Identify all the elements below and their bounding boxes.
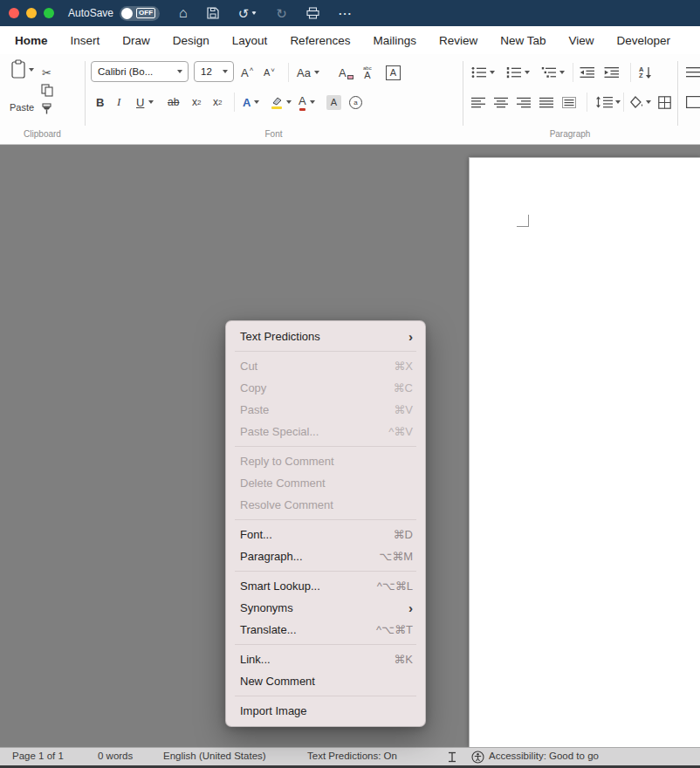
menu-item-shortcut: ⌘V: [394, 403, 413, 416]
paragraph-group-label: Paragraph: [463, 129, 677, 139]
font-name-combobox[interactable]: Calibri (Bo...: [91, 61, 189, 82]
menu-separator: [235, 446, 416, 447]
styles-partial-button-2[interactable]: [686, 91, 700, 113]
paste-label: Paste: [10, 102, 34, 113]
ribbon: Paste ✂ Clipboard Calibri (Bo... 12 A˄ A…: [0, 54, 700, 145]
tab-insert[interactable]: Insert: [59, 34, 112, 47]
styles-partial-button[interactable]: [686, 61, 700, 84]
menu-item-text-predictions[interactable]: Text Predictions ›: [226, 326, 425, 347]
subscript-button[interactable]: x2: [192, 91, 201, 113]
menu-separator: [235, 571, 416, 572]
line-spacing-chevron-icon: [615, 100, 621, 104]
print-icon[interactable]: [306, 7, 319, 19]
bold-button[interactable]: B: [96, 91, 104, 113]
character-border-button[interactable]: A: [386, 61, 401, 84]
menu-item-label: Synonyms: [240, 601, 293, 614]
align-left-icon: [471, 97, 485, 108]
page-count-status[interactable]: Page 1 of 1: [12, 751, 64, 761]
save-icon[interactable]: [207, 7, 219, 19]
menu-item-new-comment[interactable]: New Comment: [226, 670, 425, 692]
decrease-indent-button[interactable]: [580, 61, 595, 84]
text-effects-button[interactable]: A: [243, 91, 259, 113]
autosave-switch[interactable]: OFF: [120, 6, 160, 21]
menu-item-smart-lookup[interactable]: Smart Lookup... ^⌥⌘L: [226, 575, 425, 597]
change-case-button[interactable]: Aa: [297, 61, 319, 84]
language-status[interactable]: English (United States): [163, 751, 266, 761]
grow-font-button[interactable]: A˄: [241, 61, 253, 84]
grow-font-icon: A: [241, 66, 249, 79]
tab-review[interactable]: Review: [428, 34, 489, 47]
word-count-status[interactable]: 0 words: [98, 751, 133, 761]
undo-button[interactable]: ↺: [238, 7, 257, 20]
tab-view[interactable]: View: [558, 34, 606, 47]
tab-layout[interactable]: Layout: [221, 34, 279, 47]
accessibility-status[interactable]: Accessibility: Good to go: [489, 751, 599, 761]
menu-item-paste: Paste ⌘V: [226, 399, 425, 421]
align-right-button[interactable]: [517, 91, 531, 113]
align-left-button[interactable]: [471, 91, 485, 113]
increase-indent-button[interactable]: [604, 61, 620, 84]
tab-home[interactable]: Home: [3, 34, 59, 47]
menu-item-copy: Copy ⌘C: [226, 377, 425, 399]
styles-partial-icon: [686, 66, 700, 79]
line-spacing-icon: [595, 96, 613, 108]
borders-button[interactable]: [658, 91, 671, 113]
numbering-button[interactable]: [506, 61, 530, 84]
clipboard-group-label: Clipboard: [0, 129, 85, 139]
tab-draw[interactable]: Draw: [111, 34, 161, 47]
zoom-window-button[interactable]: [44, 8, 54, 18]
multilevel-list-button[interactable]: [541, 61, 565, 84]
distribute-text-button[interactable]: [562, 91, 576, 113]
text-cursor-icon[interactable]: [447, 751, 457, 763]
tab-developer[interactable]: Developer: [606, 34, 683, 47]
shrink-font-icon: A: [264, 67, 270, 78]
sort-button[interactable]: A Z: [639, 61, 652, 84]
format-painter-button[interactable]: [41, 98, 52, 120]
superscript-button[interactable]: x2: [213, 91, 222, 113]
justify-button[interactable]: [539, 91, 553, 113]
document-page[interactable]: [469, 157, 700, 747]
menu-item-label: Copy: [240, 381, 266, 394]
bullets-button[interactable]: [471, 61, 495, 84]
align-center-button[interactable]: [494, 91, 508, 113]
tab-new-tab[interactable]: New Tab: [489, 34, 557, 47]
italic-button[interactable]: I: [117, 91, 120, 113]
text-predictions-status[interactable]: Text Predictions: On: [307, 751, 397, 761]
menu-item-import-image[interactable]: Import Image: [226, 700, 425, 722]
status-bar: Page 1 of 1 0 words English (United Stat…: [0, 747, 700, 765]
clipboard-icon: [10, 59, 26, 79]
tab-mailings[interactable]: Mailings: [361, 34, 428, 47]
bullets-chevron-icon: [490, 71, 495, 74]
clear-formatting-button[interactable]: A: [339, 61, 353, 84]
minimize-window-button[interactable]: [26, 8, 37, 18]
highlight-button[interactable]: [271, 91, 292, 113]
font-size-combobox[interactable]: 12: [194, 61, 234, 82]
font-color-button[interactable]: A: [299, 91, 315, 113]
shrink-font-button[interactable]: A˅: [264, 61, 275, 84]
submenu-chevron-icon: ›: [408, 330, 413, 343]
close-window-button[interactable]: [9, 8, 19, 18]
paste-button[interactable]: Paste: [5, 58, 38, 126]
accessibility-icon[interactable]: [471, 751, 484, 764]
menu-item-label: Translate...: [240, 623, 297, 636]
menu-item-link[interactable]: Link... ⌘K: [226, 648, 425, 670]
autosave-toggle[interactable]: AutoSave OFF: [68, 6, 160, 21]
character-shading-button[interactable]: A: [326, 91, 341, 113]
tab-design[interactable]: Design: [161, 34, 221, 47]
enclose-characters-button[interactable]: a: [349, 91, 362, 113]
menu-item-paragraph[interactable]: Paragraph... ⌥⌘M: [226, 545, 425, 567]
underline-chevron-icon: [148, 100, 154, 104]
more-commands-icon[interactable]: ···: [339, 8, 353, 19]
home-icon[interactable]: ⌂: [179, 6, 188, 20]
align-right-icon: [517, 97, 531, 108]
strikethrough-button[interactable]: ab: [168, 91, 179, 113]
tab-references[interactable]: References: [278, 34, 361, 47]
phonetic-guide-button[interactable]: abc A: [363, 61, 372, 84]
titlebar: AutoSave OFF ⌂ ↺ ↻ ···: [0, 0, 700, 26]
menu-item-font[interactable]: Font... ⌘D: [226, 524, 425, 545]
menu-item-translate[interactable]: Translate... ^⌥⌘T: [226, 619, 425, 641]
menu-item-synonyms[interactable]: Synonyms ›: [226, 597, 425, 619]
underline-button[interactable]: U: [136, 91, 154, 113]
shading-button[interactable]: [630, 91, 651, 113]
line-spacing-button[interactable]: [595, 91, 621, 113]
